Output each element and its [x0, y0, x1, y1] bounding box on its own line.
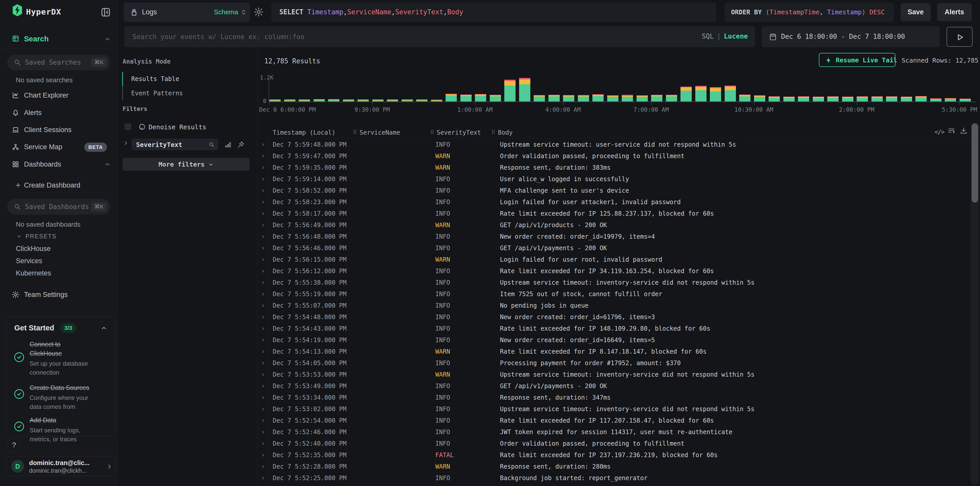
- chart-bar[interactable]: [857, 96, 868, 102]
- query-language-toggle[interactable]: SQL|Lucene: [702, 32, 748, 40]
- log-row[interactable]: › Dec 7 5:53:49.000 PM INFO GET /api/v1/…: [258, 380, 980, 392]
- user-menu[interactable]: D dominic.tran@clic... dominic.tran@clic…: [6, 456, 116, 476]
- chevron-right-icon[interactable]: [123, 140, 129, 146]
- expand-row-chevron-icon[interactable]: ›: [261, 244, 265, 252]
- time-range-picker[interactable]: Dec 6 18:00:00 - Dec 7 18:00:00: [762, 26, 940, 47]
- chart-bar[interactable]: [783, 97, 795, 102]
- expand-row-chevron-icon[interactable]: ›: [261, 290, 265, 298]
- chart-bar[interactable]: [578, 95, 589, 102]
- pin-icon[interactable]: [237, 141, 245, 148]
- chart-bar[interactable]: [475, 94, 486, 102]
- select-clause-input[interactable]: SELECT Timestamp,ServiceName,SeverityTex…: [271, 3, 716, 22]
- sql-toggle[interactable]: SQL: [702, 32, 714, 40]
- col-header-timestamp[interactable]: Timestamp (Local): [273, 129, 336, 136]
- sidebar-item-team-settings[interactable]: Team Settings: [0, 287, 118, 303]
- expand-row-chevron-icon[interactable]: ›: [261, 221, 265, 229]
- chart-bar[interactable]: [402, 99, 413, 102]
- chart-bar[interactable]: [372, 99, 383, 102]
- chart-bar[interactable]: [549, 95, 560, 102]
- log-row[interactable]: › Dec 7 5:53:02.000 PM INFO Upstream ser…: [258, 403, 980, 415]
- download-icon[interactable]: [959, 126, 968, 135]
- more-filters-button[interactable]: More filters: [123, 158, 250, 170]
- chart-bar[interactable]: [328, 99, 339, 102]
- chart-bar[interactable]: [343, 99, 354, 102]
- chart-bar[interactable]: [636, 95, 648, 102]
- chart-bar[interactable]: [607, 95, 619, 102]
- expand-row-chevron-icon[interactable]: ›: [261, 462, 265, 470]
- collapse-sidebar-icon[interactable]: [100, 6, 111, 18]
- expand-row-chevron-icon[interactable]: ›: [261, 301, 265, 309]
- expand-row-chevron-icon[interactable]: ›: [261, 405, 265, 413]
- chart-bar[interactable]: [622, 95, 633, 102]
- log-row[interactable]: › Dec 7 5:59:47.000 PM WARN Order valida…: [258, 150, 980, 162]
- expand-row-chevron-icon[interactable]: ›: [261, 347, 265, 355]
- preset-clickhouse[interactable]: ClickHouse: [16, 245, 51, 253]
- log-row[interactable]: › Dec 7 5:54:48.000 PM INFO New order cr…: [258, 311, 980, 323]
- chart-bar[interactable]: [519, 78, 530, 102]
- expand-row-chevron-icon[interactable]: ›: [261, 382, 265, 390]
- expand-row-chevron-icon[interactable]: ›: [261, 324, 265, 332]
- search-icon[interactable]: [208, 142, 215, 148]
- chart-bar[interactable]: [358, 99, 369, 102]
- sidebar-item-service-map[interactable]: Service Map BETA: [0, 140, 118, 155]
- log-row[interactable]: › Dec 7 5:54:19.000 PM INFO New order cr…: [258, 334, 980, 346]
- chevron-up-icon[interactable]: [104, 161, 111, 167]
- expand-row-chevron-icon[interactable]: ›: [261, 209, 265, 217]
- chart-bar[interactable]: [534, 95, 545, 102]
- expand-row-chevron-icon[interactable]: ›: [261, 152, 265, 160]
- chart-bar[interactable]: [387, 99, 398, 102]
- presets-header[interactable]: PRESETS: [16, 233, 56, 240]
- log-row[interactable]: › Dec 7 5:55:19.000 PM INFO Item 7525 ou…: [258, 288, 980, 300]
- expand-row-chevron-icon[interactable]: ›: [261, 313, 265, 321]
- log-row[interactable]: › Dec 7 5:56:49.000 PM WARN GET /api/v1/…: [258, 219, 980, 231]
- log-row[interactable]: › Dec 7 5:58:52.000 PM INFO MFA challeng…: [258, 185, 980, 196]
- expand-row-chevron-icon[interactable]: ›: [261, 474, 265, 482]
- log-row[interactable]: › Dec 7 5:53:53.000 PM WARN Upstream ser…: [258, 369, 980, 380]
- expand-row-chevron-icon[interactable]: ›: [261, 232, 265, 240]
- query-settings-gear-icon[interactable]: [254, 7, 264, 17]
- denoise-checkbox[interactable]: [125, 123, 131, 130]
- log-row[interactable]: › Dec 7 5:56:48.000 PM INFO New order cr…: [258, 231, 980, 242]
- vertical-scrollbar[interactable]: [971, 122, 979, 485]
- chart-bar[interactable]: [827, 96, 838, 102]
- severity-filter-field[interactable]: SeverityText: [132, 139, 218, 150]
- col-header-servicename[interactable]: ServiceName: [360, 129, 400, 136]
- chart-bar[interactable]: [431, 100, 442, 102]
- chart-bar[interactable]: [592, 94, 604, 102]
- chart-bar[interactable]: [269, 99, 281, 102]
- drag-handle-icon[interactable]: ⠿: [353, 129, 357, 136]
- expand-row-chevron-icon[interactable]: ›: [261, 198, 265, 206]
- log-row[interactable]: › Dec 7 5:59:35.000 PM WARN Response sen…: [258, 162, 980, 173]
- saved-dashboards-search[interactable]: ⌘K: [7, 199, 110, 215]
- chart-bar[interactable]: [842, 97, 853, 102]
- source-select[interactable]: Logs Schema: [124, 3, 250, 22]
- sidebar-item-client-sessions[interactable]: Client Sessions: [0, 123, 118, 138]
- sidebar-item-dashboards[interactable]: Dashboards: [0, 157, 118, 172]
- col-header-severitytext[interactable]: SeverityText: [437, 129, 481, 136]
- chart-bar[interactable]: [504, 80, 515, 102]
- log-row[interactable]: › Dec 7 5:52:25.000 PM INFO Background j…: [258, 472, 980, 484]
- log-row[interactable]: › Dec 7 5:58:17.000 PM INFO Rate limit e…: [258, 208, 980, 219]
- resume-live-tail-button[interactable]: Resume Live Tail: [819, 53, 896, 67]
- chevron-up-icon[interactable]: [104, 36, 111, 42]
- preset-services[interactable]: Services: [16, 257, 42, 265]
- expand-row-chevron-icon[interactable]: ›: [261, 428, 265, 436]
- log-row[interactable]: › Dec 7 5:54:13.000 PM WARN Rate limit e…: [258, 346, 980, 357]
- expand-row-chevron-icon[interactable]: ›: [261, 267, 265, 275]
- chart-bar[interactable]: [754, 95, 765, 102]
- chart-bar[interactable]: [490, 95, 501, 102]
- expand-row-chevron-icon[interactable]: ›: [261, 175, 265, 183]
- expand-row-chevron-icon[interactable]: ›: [261, 370, 265, 378]
- chart-bar[interactable]: [915, 96, 927, 102]
- event-search-bar[interactable]: SQL|Lucene: [124, 26, 755, 47]
- chart-bar[interactable]: [710, 87, 721, 102]
- log-row[interactable]: › Dec 7 5:55:07.000 PM INFO No pending j…: [258, 300, 980, 311]
- log-row[interactable]: › Dec 7 5:52:46.000 PM INFO JWT token ex…: [258, 426, 980, 438]
- log-row[interactable]: › Dec 7 5:55:38.000 PM INFO Upstream ser…: [258, 277, 980, 288]
- log-row[interactable]: › Dec 7 5:58:23.000 PM INFO Login failed…: [258, 196, 980, 208]
- chart-bar[interactable]: [886, 96, 897, 102]
- drag-handle-icon[interactable]: ⠿: [491, 129, 495, 136]
- alerts-button[interactable]: Alerts: [937, 3, 972, 21]
- chart-bar[interactable]: [901, 97, 912, 102]
- log-row[interactable]: › Dec 7 5:59:48.000 PM INFO Upstream ser…: [258, 139, 980, 150]
